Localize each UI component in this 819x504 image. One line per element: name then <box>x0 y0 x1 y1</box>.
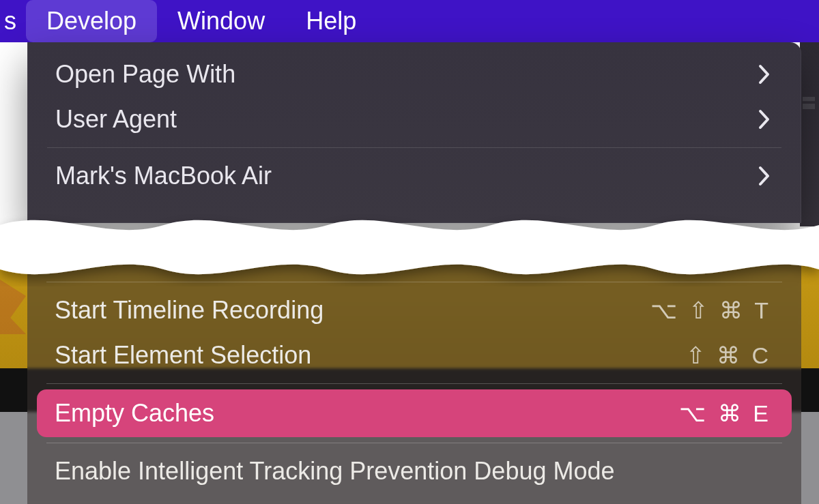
menu-item-start-timeline-recording[interactable]: Start Timeline Recording ⌥ ⇧ ⌘ T <box>27 288 801 333</box>
menu-item-label: Start Timeline Recording <box>55 296 650 325</box>
menu-help[interactable]: Help <box>285 0 377 42</box>
menu-item-label: Enable Intelligent Tracking Prevention D… <box>55 457 771 486</box>
develop-menu-dropdown-continued: Start Timeline Recording ⌥ ⇧ ⌘ T Start E… <box>27 239 801 504</box>
menu-item-label: Start Element Selection <box>55 341 686 370</box>
menubar-truncated-prev: s <box>0 7 26 35</box>
menu-item-empty-caches[interactable]: Empty Caches ⌥ ⌘ E <box>37 389 792 437</box>
chevron-right-icon <box>758 166 771 186</box>
menu-separator <box>46 383 782 384</box>
chevron-right-icon <box>758 64 771 85</box>
menu-item-start-element-selection[interactable]: Start Element Selection ⇧ ⌘ C <box>27 333 801 378</box>
menu-separator <box>46 443 782 443</box>
menu-window[interactable]: Window <box>157 0 285 42</box>
menu-item-device[interactable]: Mark's MacBook Air <box>28 153 801 198</box>
keyboard-shortcut: ⌥ ⌘ E <box>679 400 771 427</box>
menu-separator <box>47 147 781 148</box>
menu-item-label: Empty Caches <box>55 399 679 428</box>
develop-menu-dropdown: Open Page With User Agent Mark's MacBook… <box>27 42 801 223</box>
menu-bar: s Develop Window Help <box>0 0 819 42</box>
menu-item-enable-itp-debug[interactable]: Enable Intelligent Tracking Prevention D… <box>27 449 801 494</box>
menu-item-user-agent[interactable]: User Agent <box>28 97 801 142</box>
menu-item-label: Open Page With <box>55 60 758 89</box>
background-window-edge <box>800 42 819 226</box>
menu-item-label: User Agent <box>55 105 758 134</box>
chevron-right-icon <box>758 109 771 130</box>
menu-item-label: Mark's MacBook Air <box>55 162 758 190</box>
keyboard-shortcut: ⇧ ⌘ C <box>686 342 771 369</box>
keyboard-shortcut: ⌥ ⇧ ⌘ T <box>650 297 772 324</box>
menu-develop[interactable]: Develop <box>26 0 157 42</box>
menu-item-open-page-with[interactable]: Open Page With <box>28 52 801 97</box>
menu-separator <box>46 282 782 282</box>
